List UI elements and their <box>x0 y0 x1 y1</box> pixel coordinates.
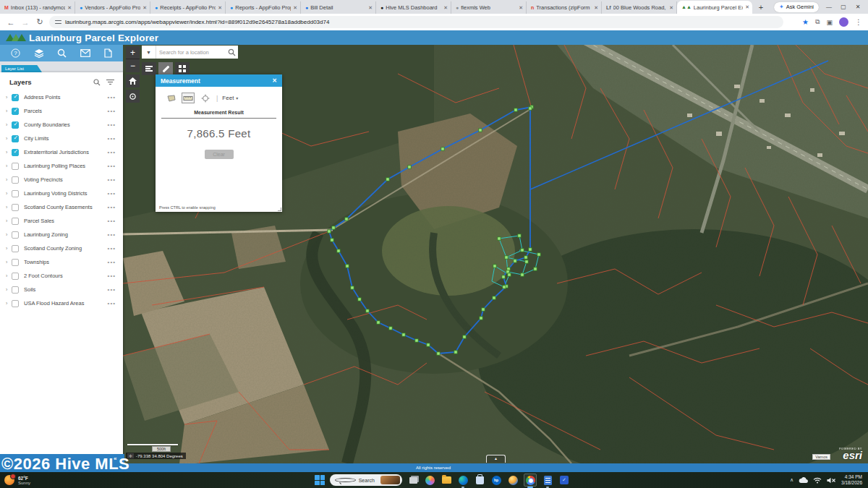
layer-expand-icon[interactable]: › <box>6 150 12 155</box>
layer-checkbox[interactable] <box>12 94 19 101</box>
layer-row[interactable]: › Scotland County Zoning ••• <box>0 241 123 255</box>
window-close-button[interactable]: ✕ <box>854 4 862 10</box>
layer-row[interactable]: › Parcel Sales ••• <box>0 214 123 228</box>
layer-checkbox[interactable] <box>12 231 19 239</box>
coordinates-readout[interactable]: ✛ -79.338 34.804 Degrees <box>126 453 186 459</box>
layer-checkbox[interactable] <box>12 218 19 225</box>
layer-checkbox[interactable] <box>12 300 19 307</box>
layer-expand-icon[interactable]: › <box>6 287 12 292</box>
task-view-icon[interactable] <box>407 474 419 486</box>
layer-expand-icon[interactable]: › <box>6 136 12 141</box>
collapse-chevrons-icon[interactable]: « <box>114 455 116 462</box>
layer-checkbox[interactable] <box>12 273 19 280</box>
browser-tab[interactable]: ● Bill Detail ✕ <box>301 1 376 14</box>
tab-close-icon[interactable]: ✕ <box>594 5 598 11</box>
system-clock[interactable]: 4:34 PM 3/18/2026 <box>841 474 862 486</box>
layer-row[interactable]: › Laurinburg Polling Places ••• <box>0 159 123 173</box>
attribution-expander[interactable]: ▲ <box>486 455 506 463</box>
layer-menu-icon[interactable]: ••• <box>108 245 116 252</box>
tab-close-icon[interactable]: ✕ <box>293 5 297 11</box>
location-search-input[interactable] <box>156 46 226 59</box>
tab-close-icon[interactable]: ✕ <box>519 5 523 11</box>
legend-widget-button[interactable] <box>142 62 156 75</box>
extensions-icon[interactable]: ⧉ <box>815 18 820 26</box>
layer-row[interactable]: › Address Points ••• <box>0 90 123 104</box>
layer-menu-icon[interactable]: ••• <box>108 135 116 142</box>
taskbar-search[interactable]: Search <box>330 474 402 486</box>
browser-tab[interactable]: M Inbox (113) - randymccalljr... ✕ <box>0 1 75 14</box>
tab-close-icon[interactable]: ✕ <box>142 5 147 11</box>
layer-row[interactable]: › City Limits ••• <box>0 132 123 145</box>
tab-close-icon[interactable]: ✕ <box>443 5 448 11</box>
tab-close-icon[interactable]: ✕ <box>218 5 222 11</box>
file-explorer-icon[interactable] <box>441 474 452 486</box>
clear-button[interactable]: Clear <box>205 150 234 159</box>
home-extent-button[interactable] <box>126 74 140 87</box>
tab-close-icon[interactable]: ✕ <box>368 5 373 11</box>
layer-row[interactable]: › Townships ••• <box>0 255 123 269</box>
layer-list-tab[interactable]: Layer List <box>1 65 42 72</box>
help-icon[interactable]: ? <box>11 48 20 58</box>
layer-row[interactable]: › Parcels ••• <box>0 104 123 118</box>
layer-expand-icon[interactable]: › <box>6 122 12 127</box>
wifi-icon[interactable] <box>813 477 822 484</box>
layer-expand-icon[interactable]: › <box>6 95 12 100</box>
layer-row[interactable]: › 2 Foot Contours ••• <box>0 269 123 283</box>
layer-checkbox[interactable] <box>12 259 19 266</box>
volume-muted-icon[interactable] <box>827 477 836 484</box>
browser-tab[interactable]: ● flexmls Web ✕ <box>451 1 527 14</box>
layer-checkbox[interactable] <box>12 108 19 115</box>
layer-expand-icon[interactable]: › <box>6 218 12 223</box>
measurement-widget-button[interactable] <box>158 62 173 75</box>
layer-row[interactable]: › Laurinburg Zoning ••• <box>0 228 123 241</box>
layer-expand-icon[interactable]: › <box>6 260 12 265</box>
layer-expand-icon[interactable]: › <box>6 301 12 306</box>
tab-close-icon[interactable]: ✕ <box>669 5 673 11</box>
browser-tab[interactable]: Lf 00 Blue Woods Road, Laur... ✕ <box>602 1 677 14</box>
print-document-icon[interactable] <box>104 48 112 58</box>
onedrive-cloud-icon[interactable] <box>799 477 808 484</box>
edge-icon[interactable] <box>457 474 469 486</box>
layer-checkbox[interactable] <box>12 245 19 252</box>
weather-widget[interactable]: 62°F Sunny <box>0 475 137 485</box>
search-icon[interactable] <box>57 48 67 58</box>
start-button[interactable] <box>315 475 325 485</box>
layer-menu-icon[interactable]: ••• <box>108 108 116 114</box>
layer-expand-icon[interactable]: › <box>6 191 12 196</box>
refresh-button[interactable]: ↻ <box>35 17 45 27</box>
layer-filter-icon[interactable] <box>106 79 114 85</box>
layers-icon[interactable] <box>34 48 44 58</box>
url-bar[interactable]: laurinburg.maps.arcgis.com/apps/webappvi… <box>49 16 783 28</box>
layer-checkbox[interactable] <box>12 149 19 156</box>
layer-row[interactable]: › USA Flood Hazard Areas ••• <box>0 296 123 310</box>
map-viewport[interactable]: + − ▼ Measurement ✕ <box>123 45 868 463</box>
tray-chevron-icon[interactable]: ∧ <box>790 477 793 483</box>
browser-menu-icon[interactable]: ⋮ <box>855 18 862 26</box>
layer-row[interactable]: › Voting Precincts ••• <box>0 173 123 187</box>
measurement-close-icon[interactable]: ✕ <box>272 77 277 84</box>
hp-app-icon[interactable]: hp <box>490 474 502 486</box>
layer-row[interactable]: › Scotland County Easements ••• <box>0 200 123 214</box>
microsoft-store-icon[interactable] <box>474 474 485 486</box>
browser-tab[interactable]: n Transactions (zipForm Editi... ✕ <box>527 1 602 14</box>
measure-area-tool-icon[interactable] <box>164 93 177 103</box>
layer-menu-icon[interactable]: ••• <box>108 94 116 100</box>
layer-menu-icon[interactable]: ••• <box>108 149 116 155</box>
layer-menu-icon[interactable]: ••• <box>108 231 116 238</box>
search-submit-icon[interactable] <box>226 46 238 59</box>
layer-expand-icon[interactable]: › <box>6 177 12 182</box>
layer-expand-icon[interactable]: › <box>6 273 12 278</box>
layer-checkbox[interactable] <box>12 204 19 211</box>
site-info-icon[interactable] <box>55 19 61 25</box>
chrome-icon[interactable] <box>524 474 537 487</box>
share-envelope-icon[interactable] <box>80 49 90 57</box>
layer-search-icon[interactable] <box>93 79 101 86</box>
layer-expand-icon[interactable]: › <box>6 205 12 210</box>
unit-dropdown[interactable]: Feet ▾ <box>222 95 238 101</box>
copilot-icon[interactable] <box>424 474 435 486</box>
dialog-resize-handle[interactable] <box>278 207 281 211</box>
search-source-dropdown[interactable]: ▼ <box>142 46 156 59</box>
layer-row[interactable]: › Soils ••• <box>0 283 123 296</box>
layer-menu-icon[interactable]: ••• <box>108 259 116 265</box>
zoom-out-button[interactable]: − <box>126 59 140 72</box>
